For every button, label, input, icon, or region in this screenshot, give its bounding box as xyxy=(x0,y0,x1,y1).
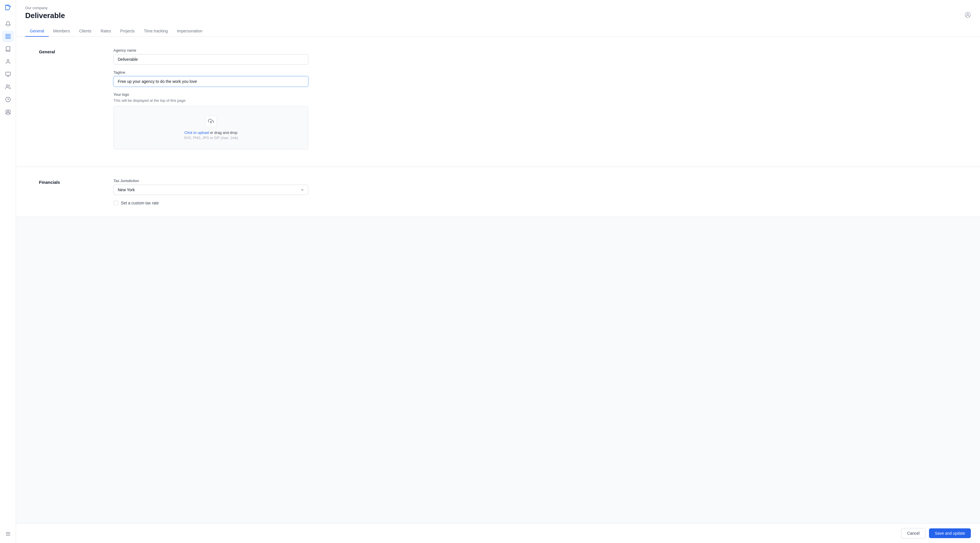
company-name: Our company xyxy=(25,6,65,10)
logo-upload-area[interactable]: Click to upload or drag and drop SVG, PN… xyxy=(113,106,308,150)
custom-tax-label: Set a custom tax rate xyxy=(121,201,159,205)
sidebar-notifications[interactable] xyxy=(2,18,14,30)
sidebar-dashboard[interactable] xyxy=(2,31,14,42)
tax-jurisdiction-label: Tax Jurisdiction xyxy=(113,178,308,183)
sidebar-people[interactable] xyxy=(2,56,14,67)
upload-icon-container xyxy=(205,116,216,127)
upload-or-text: or drag and drop xyxy=(209,131,237,135)
main-content: Our company Deliverable General Members … xyxy=(16,0,980,543)
custom-tax-checkbox[interactable] xyxy=(113,201,118,205)
tax-jurisdiction-field-group: Tax Jurisdiction New York California Tex… xyxy=(113,178,308,195)
sidebar-clock[interactable] xyxy=(2,94,14,105)
page-header: Our company Deliverable General Members … xyxy=(16,0,980,37)
tab-rates[interactable]: Rates xyxy=(96,26,116,37)
financials-section-inner: Financials Tax Jurisdiction New York Cal… xyxy=(16,167,980,217)
tab-general[interactable]: General xyxy=(25,26,49,37)
general-section: General Agency name Tagline Your logo Th… xyxy=(16,37,980,167)
header-user-icon[interactable] xyxy=(964,12,971,19)
agency-name-label: Agency name xyxy=(113,48,308,53)
agency-name-input[interactable] xyxy=(113,54,308,65)
sidebar-team[interactable] xyxy=(2,81,14,92)
logo-label: Your logo xyxy=(113,92,308,97)
tax-jurisdiction-select[interactable]: New York California Texas Florida xyxy=(113,185,308,195)
svg-point-14 xyxy=(965,12,970,17)
financials-fields: Tax Jurisdiction New York California Tex… xyxy=(113,178,308,205)
page-footer: Cancel Save and update xyxy=(16,523,980,543)
header-left: Our company Deliverable xyxy=(25,6,65,25)
upload-text: Click to upload or drag and drop xyxy=(121,131,301,135)
logo-field-group: Your logo This will be displayed at the … xyxy=(113,92,308,150)
page-title: Deliverable xyxy=(25,11,65,20)
page-content: General Agency name Tagline Your logo Th… xyxy=(16,37,980,523)
sidebar-menu[interactable] xyxy=(2,528,14,540)
svg-rect-2 xyxy=(8,37,10,39)
header-top-row: Our company Deliverable xyxy=(25,6,971,25)
tab-members[interactable]: Members xyxy=(49,26,75,37)
tagline-input[interactable] xyxy=(113,76,308,87)
svg-point-4 xyxy=(7,60,9,62)
logo-hint: This will be displayed at the top of thi… xyxy=(113,98,308,103)
nav-tabs: General Members Clients Rates Projects T… xyxy=(25,26,971,37)
svg-point-8 xyxy=(6,85,8,87)
save-button[interactable]: Save and update xyxy=(929,529,971,538)
custom-tax-row: Set a custom tax rate xyxy=(113,201,308,205)
sidebar-contact[interactable] xyxy=(2,107,14,118)
tab-impersonation[interactable]: Impersonation xyxy=(172,26,207,37)
sidebar-reports[interactable] xyxy=(2,68,14,80)
sidebar-bottom-icon[interactable] xyxy=(2,528,14,540)
general-fields: Agency name Tagline Your logo This will … xyxy=(113,48,308,155)
upload-click-text[interactable]: Click to upload xyxy=(184,131,208,135)
tab-projects[interactable]: Projects xyxy=(116,26,140,37)
sidebar xyxy=(0,0,16,543)
general-section-inner: General Agency name Tagline Your logo Th… xyxy=(16,37,980,167)
agency-name-field-group: Agency name xyxy=(113,48,308,65)
tab-clients[interactable]: Clients xyxy=(75,26,96,37)
cancel-button[interactable]: Cancel xyxy=(901,528,926,538)
financials-section-label: Financials xyxy=(39,178,113,205)
general-section-label: General xyxy=(39,48,113,155)
app-logo[interactable] xyxy=(4,3,12,12)
tab-time-tracking[interactable]: Time tracking xyxy=(139,26,172,37)
tagline-field-group: Tagline xyxy=(113,70,308,87)
tagline-label: Tagline xyxy=(113,70,308,75)
upload-format-hint: SVG, PNG, JPG or GIF (max. 1mb) xyxy=(121,136,301,140)
upload-cloud-icon xyxy=(208,118,214,124)
svg-rect-3 xyxy=(6,37,8,39)
svg-rect-1 xyxy=(8,34,10,36)
sidebar-book[interactable] xyxy=(2,43,14,55)
svg-rect-0 xyxy=(6,34,8,36)
financials-section: Financials Tax Jurisdiction New York Cal… xyxy=(16,167,980,217)
svg-rect-5 xyxy=(5,72,10,76)
